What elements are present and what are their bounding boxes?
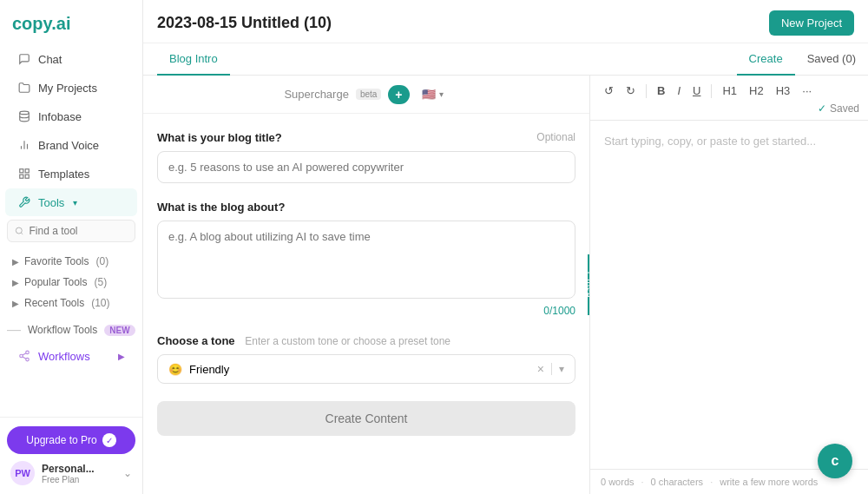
plus-icon: + — [395, 88, 402, 102]
tools-groups: ▶ Favorite Tools (0) ▶ Popular Tools (5)… — [0, 247, 142, 317]
tone-selector[interactable]: 😊 Friendly × ▾ — [157, 354, 575, 384]
saved-check-icon: ✓ — [818, 102, 826, 115]
svg-point-0 — [20, 111, 30, 115]
sidebar-item-label: Infobase — [38, 110, 82, 123]
dot-separator-2: · — [710, 477, 713, 487]
sidebar-item-templates[interactable]: Templates — [5, 160, 137, 188]
tone-emoji: 😊 — [168, 363, 182, 376]
sidebar-item-infobase[interactable]: Infobase — [5, 102, 137, 130]
chevron-right-icon: ▶ — [12, 257, 19, 267]
flag-selector[interactable]: 🇺🇸 ▾ — [417, 84, 449, 104]
blog-title-field: What is your blog title? Optional — [157, 131, 575, 183]
svg-point-11 — [20, 354, 23, 358]
sidebar-item-myprojects[interactable]: My Projects — [5, 74, 137, 102]
bold-button[interactable]: B — [652, 81, 670, 101]
group-label: Popular Tools — [24, 276, 88, 288]
blog-about-label: What is the blog about? — [157, 201, 575, 214]
tab-bar: Blog Intro Create Saved (0) — [143, 43, 868, 76]
sidebar-item-brandvoice[interactable]: Brand Voice — [5, 131, 137, 159]
h2-button[interactable]: H2 — [744, 81, 769, 101]
user-profile-row[interactable]: PW Personal... Free Plan ⌄ — [7, 454, 135, 485]
new-badge: NEW — [104, 325, 135, 336]
redo-button[interactable]: ↻ — [621, 81, 641, 101]
chevron-right-icon: ▶ — [12, 299, 19, 308]
sidebar-bottom: Upgrade to Pro ✓ PW Personal... Free Pla… — [0, 417, 142, 494]
blog-about-field: What is the blog about? 0/1000 — [157, 201, 575, 317]
blog-title-input[interactable] — [157, 151, 575, 183]
workflows-icon — [17, 349, 31, 363]
page-title: 2023-08-15 Untitled (10) — [157, 14, 332, 32]
chat-bubble-button[interactable]: c — [818, 444, 852, 478]
supercharge-bar: Supercharge beta + 🇺🇸 ▾ — [143, 76, 589, 114]
sidebar-item-label: Tools — [38, 196, 64, 209]
grid-icon — [17, 167, 31, 181]
search-icon — [15, 226, 23, 236]
char-count-footer: 0 characters — [651, 477, 704, 487]
supercharge-label: Supercharge — [284, 88, 348, 101]
sidebar-item-label: Brand Voice — [38, 139, 99, 152]
group-count: (10) — [91, 297, 109, 309]
database-icon — [17, 109, 31, 123]
sidebar-item-workflows[interactable]: Workflows ▶ — [5, 342, 137, 370]
undo-button[interactable]: ↺ — [599, 81, 619, 101]
toolbar-separator-2 — [711, 84, 712, 98]
search-input[interactable] — [29, 225, 128, 237]
close-label: Close — [583, 272, 591, 299]
tab-saved[interactable]: Saved (0) — [795, 43, 868, 76]
user-chevron-icon[interactable]: ⌄ — [123, 467, 132, 479]
workflow-tools-section[interactable]: — Workflow Tools NEW — [0, 317, 142, 341]
tone-section: Choose a tone Enter a custom tone or cho… — [157, 334, 575, 384]
create-content-button[interactable]: Create Content — [157, 401, 575, 436]
new-project-button[interactable]: New Project — [769, 10, 854, 36]
favorite-tools-group[interactable]: ▶ Favorite Tools (0) — [7, 251, 135, 272]
barchart-icon — [17, 138, 31, 152]
chevron-right-icon: ▶ — [12, 278, 19, 287]
close-sidebar-button[interactable]: ✏ Close — [588, 254, 590, 315]
chevron-right-icon: ▶ — [118, 352, 125, 361]
underline-button[interactable]: U — [687, 81, 706, 101]
tab-create[interactable]: Create — [737, 43, 795, 76]
popular-tools-group[interactable]: ▶ Popular Tools (5) — [7, 272, 135, 293]
user-name: Personal... — [42, 463, 123, 475]
upgrade-button[interactable]: Upgrade to Pro ✓ — [7, 426, 135, 454]
supercharge-toggle[interactable]: + — [388, 85, 409, 104]
svg-rect-5 — [25, 169, 29, 173]
sidebar-item-label: Templates — [38, 168, 89, 181]
tone-close-button[interactable]: × — [537, 362, 544, 376]
recent-tools-group[interactable]: ▶ Recent Tools (10) — [7, 293, 135, 313]
tool-search[interactable] — [7, 220, 135, 242]
sidebar: copy.ai Chat My Projects Infobase — [0, 0, 143, 494]
editor-body[interactable]: Start typing, copy, or paste to get star… — [590, 121, 868, 469]
checkmark-icon: ✓ — [102, 433, 116, 447]
main-header: 2023-08-15 Untitled (10) New Project — [143, 0, 868, 43]
dot-separator-1: · — [641, 477, 644, 487]
sidebar-nav: Chat My Projects Infobase Brand Voice Te — [0, 44, 142, 417]
tab-blog-intro[interactable]: Blog Intro — [157, 43, 230, 76]
optional-badge: Optional — [536, 131, 575, 143]
user-plan: Free Plan — [42, 475, 123, 484]
blog-title-label: What is your blog title? Optional — [157, 131, 575, 144]
tool-icon — [17, 195, 31, 209]
blog-about-textarea[interactable] — [157, 221, 575, 299]
more-options-button[interactable]: ··· — [797, 81, 817, 101]
editor-placeholder: Start typing, copy, or paste to get star… — [604, 135, 816, 148]
sidebar-item-tools[interactable]: Tools ▾ — [5, 188, 137, 216]
svg-rect-6 — [25, 175, 29, 178]
chat-bubble-label: c — [832, 453, 839, 469]
editor-panel: ↺ ↻ B I U H1 H2 H3 ··· ✓ Saved Start typ… — [590, 76, 868, 494]
form-panel: Supercharge beta + 🇺🇸 ▾ ✏ Close — [143, 76, 590, 494]
sidebar-item-chat[interactable]: Chat — [5, 45, 137, 73]
form-body: What is your blog title? Optional What i… — [143, 114, 589, 453]
tone-label: Choose a tone Enter a custom tone or cho… — [157, 334, 575, 347]
italic-button[interactable]: I — [672, 81, 686, 101]
user-avatar: PW — [10, 461, 35, 485]
tone-controls: × ▾ — [537, 362, 564, 376]
tone-value: 😊 Friendly — [168, 363, 229, 376]
h3-button[interactable]: H3 — [771, 81, 796, 101]
word-count: 0 words — [601, 477, 635, 487]
tone-hint: Enter a custom tone or choose a preset t… — [245, 335, 450, 347]
tone-chevron-icon[interactable]: ▾ — [559, 363, 564, 375]
group-label: Recent Tools — [24, 297, 84, 309]
group-label: Favorite Tools — [24, 255, 89, 267]
h1-button[interactable]: H1 — [717, 81, 742, 101]
